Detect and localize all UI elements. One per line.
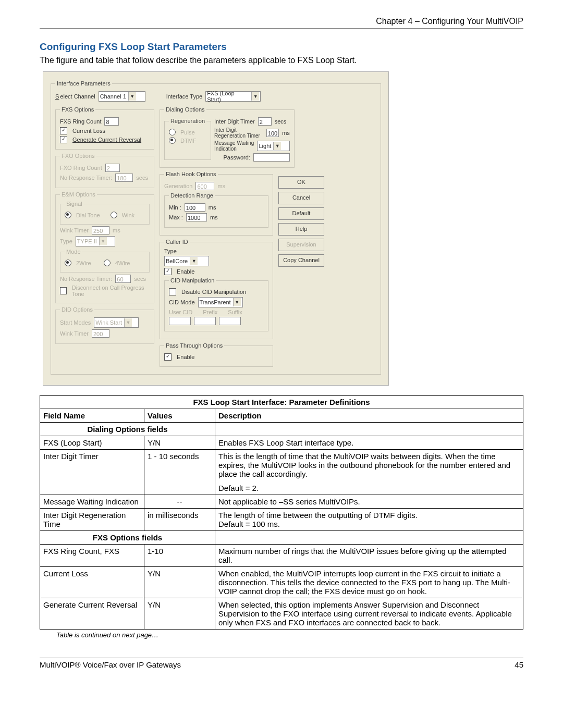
prefix-input[interactable] xyxy=(194,317,216,325)
footer-page-number: 45 xyxy=(515,660,523,669)
cid-mode-dropdown[interactable]: TransParent ▼ xyxy=(198,297,243,307)
dtmf-radio xyxy=(169,137,176,144)
chevron-down-icon: ▼ xyxy=(128,92,136,101)
password-label: Password: xyxy=(224,154,250,161)
det-max-input[interactable]: 1000 xyxy=(186,213,207,221)
table-row: Inter Digit Regeneration Time in millise… xyxy=(40,509,523,531)
signal-legend: Signal xyxy=(65,201,84,207)
th-field: Field Name xyxy=(40,409,144,423)
table-row: FXS (Loop Start) Y/N Enables FXS Loop St… xyxy=(40,436,523,450)
suffix-label: Suffix xyxy=(228,309,242,315)
chevron-down-icon: ▼ xyxy=(124,318,132,327)
group-fxs-options: FXS Options fields xyxy=(40,531,215,545)
did-options-legend: DID Options xyxy=(60,306,94,313)
caller-id-group: Caller ID Type BellCore ▼ ✓ Enable xyxy=(160,239,273,339)
cell-text: Default = 2. xyxy=(218,484,520,492)
chapter-header: Chapter 4 – Configuring Your MultiVOIP xyxy=(40,17,523,29)
cell-text: The length of time between the outputtin… xyxy=(218,511,520,520)
pass-through-enable-label: Enable xyxy=(177,354,194,360)
group-dialing-options: Dialing Options fields xyxy=(40,423,215,436)
th-values: Values xyxy=(144,409,215,423)
table-row: Message Waiting Indication -- Not applic… xyxy=(40,495,523,509)
inter-digit-timer-input[interactable]: 2 xyxy=(258,117,272,126)
interface-params-legend: Interface Parameters xyxy=(55,80,112,87)
footer-left: MultiVOIP® Voice/Fax over IP Gateways xyxy=(40,660,181,669)
default-button[interactable]: Default xyxy=(278,207,324,220)
interface-parameters-dialog: Interface Parameters S elect Channel Cha… xyxy=(43,71,389,386)
user-cid-input[interactable] xyxy=(169,317,191,325)
inter-digit-regen-unit: ms xyxy=(282,130,290,136)
mode-4wire-radio xyxy=(104,260,111,266)
cid-type-dropdown[interactable]: BellCore ▼ xyxy=(164,256,209,266)
inter-digit-regen-input[interactable]: 100 xyxy=(266,129,279,137)
table-row: Current Loss Y/N When enabled, the Multi… xyxy=(40,567,523,598)
dialing-options-legend: Dialing Options xyxy=(164,106,206,113)
fxs-options-legend: FXS Options xyxy=(60,106,95,113)
fxs-ring-count-input[interactable]: 8 xyxy=(104,117,119,126)
inter-digit-timer-label: Inter Digit Timer xyxy=(214,118,255,125)
det-max-label: Max : xyxy=(169,214,183,220)
interface-type-dropdown[interactable]: FXS (Loop Start) ▼ xyxy=(205,91,261,102)
cid-type-value: BellCore xyxy=(166,258,188,264)
disable-cid-manip-checkbox[interactable] xyxy=(169,288,176,295)
button-column: OK Cancel Default Help Supervision Copy … xyxy=(278,173,331,370)
flash-hook-legend: Flash Hook Options xyxy=(164,171,218,177)
mode-4wire-label: 4Wire xyxy=(115,260,130,266)
det-min-label: Min : xyxy=(169,204,181,211)
table-continued-note: Table is continued on next page… xyxy=(56,631,523,639)
mode-2wire-radio xyxy=(65,260,71,266)
em-no-response-unit: secs xyxy=(134,276,146,282)
wink-label: Wink xyxy=(122,212,134,218)
cid-manipulation-group: CID Manipulation Disable CID Manipulatio… xyxy=(164,277,268,331)
mwi-label: Message Waiting Indication xyxy=(214,140,254,152)
gen-current-reversal-checkbox[interactable]: ✓ xyxy=(60,136,67,143)
cell-text: Default = 100 ms. xyxy=(218,520,520,528)
em-options-legend: E&M Options xyxy=(60,191,97,198)
start-modes-value: Wink Start xyxy=(95,319,122,326)
mode-2wire-label: 2Wire xyxy=(76,260,91,266)
pass-through-enable-checkbox[interactable]: ✓ xyxy=(164,353,172,361)
fxs-ring-count-label: FXS Ring Count xyxy=(60,118,101,125)
flash-gen-input: 600 xyxy=(195,182,214,190)
help-button[interactable]: Help xyxy=(278,223,324,236)
current-loss-checkbox[interactable]: ✓ xyxy=(60,127,67,134)
section-title: Configuring FXS Loop Start Parameters xyxy=(40,41,523,53)
did-options-group: DID Options Start Modes Wink Start ▼ Win… xyxy=(55,306,154,344)
prefix-label: Prefix xyxy=(203,309,217,315)
det-min-input[interactable]: 100 xyxy=(185,203,205,212)
current-loss-label: Current Loss xyxy=(72,128,105,134)
mwi-value: Light xyxy=(259,143,271,149)
det-max-unit: ms xyxy=(210,214,218,220)
mwi-dropdown[interactable]: Light ▼ xyxy=(257,141,289,151)
select-channel-dropdown[interactable]: Channel 1 ▼ xyxy=(99,91,145,102)
fxo-no-response-unit: secs xyxy=(136,175,148,181)
fxo-options-legend: FXO Options xyxy=(60,153,96,159)
em-no-response-input: 60 xyxy=(115,275,131,283)
did-wink-timer-input: 200 xyxy=(92,329,109,338)
start-modes-dropdown: Wink Start ▼ xyxy=(94,317,139,328)
cell-text: This is the length of time that the Mult… xyxy=(218,452,520,478)
disconnect-cpt-checkbox xyxy=(60,287,67,294)
regeneration-group: Regeneration Pulse DTMF xyxy=(164,118,211,160)
gen-current-reversal-label: Generate Current Reversal xyxy=(72,137,141,143)
dial-tone-label: Dial Tone xyxy=(76,212,100,218)
password-input[interactable] xyxy=(253,153,290,162)
caller-id-legend: Caller ID xyxy=(164,239,190,245)
pulse-label: Pulse xyxy=(180,129,195,135)
copy-channel-button[interactable]: Copy Channel xyxy=(278,254,324,267)
suffix-input[interactable] xyxy=(219,317,241,325)
cid-type-label: Type xyxy=(164,248,177,254)
wink-timer-input: 250 xyxy=(92,226,109,235)
em-type-value: TYPE II xyxy=(77,238,97,244)
cancel-button[interactable]: Cancel xyxy=(278,192,324,204)
cid-mode-value: TransParent xyxy=(200,299,231,305)
interface-type-value: FXS (Loop Start) xyxy=(207,90,249,103)
chevron-down-icon: ▼ xyxy=(251,92,259,101)
th-desc: Description xyxy=(215,409,523,423)
chevron-down-icon: ▼ xyxy=(273,142,281,150)
group2-desc xyxy=(215,531,523,545)
pass-through-legend: Pass Through Options xyxy=(164,342,224,349)
ok-button[interactable]: OK xyxy=(278,176,324,189)
pulse-radio xyxy=(169,129,176,135)
cid-enable-checkbox[interactable]: ✓ xyxy=(164,268,172,275)
